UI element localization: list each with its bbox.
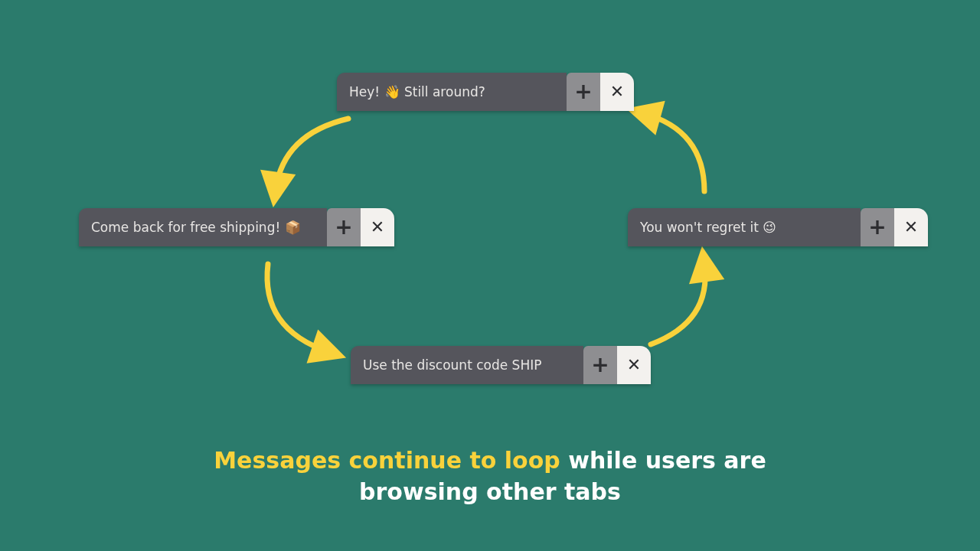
plus-icon[interactable]: + [327, 208, 361, 246]
loop-card-left: Come back for free shipping! 📦 + ✕ [79, 208, 394, 246]
caption-text-a: while users are [560, 447, 766, 474]
loop-card-right: You won't regret it 😉 + ✕ [628, 208, 928, 246]
close-icon[interactable]: ✕ [617, 346, 651, 384]
plus-icon[interactable]: + [583, 346, 617, 384]
loop-card-top: Hey! 👋 Still around? + ✕ [337, 73, 634, 111]
tab-title: Hey! 👋 Still around? [337, 73, 567, 111]
caption: Messages continue to loop while users ar… [0, 445, 980, 507]
loop-card-bottom: Use the discount code SHIP + ✕ [351, 346, 651, 384]
close-icon[interactable]: ✕ [361, 208, 394, 246]
tab-title: Come back for free shipping! 📦 [79, 208, 327, 246]
tab-title: You won't regret it 😉 [628, 208, 861, 246]
plus-icon[interactable]: + [861, 208, 894, 246]
close-icon[interactable]: ✕ [894, 208, 928, 246]
plus-icon[interactable]: + [567, 73, 600, 111]
caption-highlight: Messages continue to loop [214, 447, 560, 474]
close-icon[interactable]: ✕ [600, 73, 634, 111]
tab-title: Use the discount code SHIP [351, 346, 583, 384]
caption-text-b: browsing other tabs [359, 478, 621, 505]
